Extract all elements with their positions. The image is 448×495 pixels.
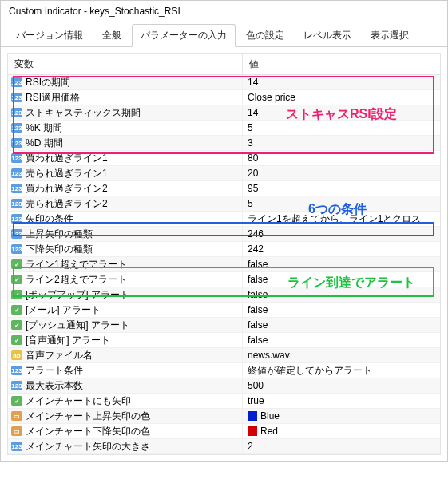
- param-value: 3: [248, 137, 253, 148]
- param-row[interactable]: ▭メインチャート下降矢印の色Red: [8, 424, 440, 439]
- param-row[interactable]: ✓[メール] アラートfalse: [8, 303, 440, 318]
- parameter-grid: 変数 値 123RSIの期間14123RSI適用価格Close price123…: [7, 53, 441, 455]
- param-row[interactable]: 123下降矢印の種類242: [8, 242, 440, 257]
- param-row[interactable]: ✓ライン2超えでアラートfalse: [8, 272, 440, 287]
- bool-icon: ✓: [11, 305, 22, 315]
- param-value: Close price: [248, 92, 295, 103]
- param-row[interactable]: 123売られ過ぎライン120: [8, 166, 440, 181]
- param-value: false: [248, 259, 268, 270]
- param-row[interactable]: ✓[音声通知] アラートfalse: [8, 333, 440, 348]
- number-icon: 123: [11, 123, 22, 133]
- param-name: メインチャート下降矢印の色: [26, 425, 150, 438]
- param-row[interactable]: ab音声ファイル名news.wav: [8, 348, 440, 363]
- param-row[interactable]: 123メインチャート矢印の大きさ2: [8, 439, 440, 454]
- bool-icon: ✓: [11, 335, 22, 345]
- param-value-cell[interactable]: false: [243, 289, 440, 300]
- param-value: false: [248, 335, 268, 346]
- param-value-cell[interactable]: false: [243, 335, 440, 346]
- param-value: 14: [248, 77, 258, 88]
- param-row[interactable]: 123最大表示本数500: [8, 378, 440, 394]
- param-value: true: [248, 395, 264, 406]
- param-value-cell[interactable]: 14: [243, 107, 440, 118]
- param-row[interactable]: 123上昇矢印の種類246: [8, 227, 440, 242]
- param-row[interactable]: ✓[ポップアップ] アラートfalse: [8, 287, 440, 303]
- param-row[interactable]: ✓[プッシュ通知] アラートfalse: [8, 318, 440, 333]
- column-name-header[interactable]: 変数: [8, 54, 243, 74]
- param-row[interactable]: ▭メインチャート上昇矢印の色Blue: [8, 409, 440, 424]
- param-value-cell[interactable]: 5: [243, 198, 440, 209]
- number-icon: 123: [11, 138, 22, 148]
- param-name: ストキャスティックス期間: [26, 106, 141, 120]
- param-name: [メール] アラート: [26, 303, 101, 317]
- param-value-cell[interactable]: Close price: [243, 92, 440, 103]
- param-row[interactable]: 123%K 期間5: [8, 121, 440, 136]
- param-name: 上昇矢印の種類: [26, 228, 93, 241]
- param-value: 2: [248, 441, 253, 452]
- param-value-cell[interactable]: 80: [243, 152, 440, 164]
- param-value-cell[interactable]: true: [243, 395, 440, 406]
- param-row[interactable]: 123売られ過ぎライン25: [8, 196, 440, 212]
- param-name: 買われ過ぎライン2: [26, 182, 108, 196]
- param-value-cell[interactable]: 5: [243, 122, 440, 133]
- param-row[interactable]: 123買われ過ぎライン295: [8, 181, 440, 196]
- param-name: メインチャート上昇矢印の色: [26, 410, 150, 423]
- number-icon: 123: [11, 108, 22, 117]
- param-value: 14: [248, 107, 258, 118]
- param-value-cell[interactable]: false: [243, 274, 440, 285]
- tab-5[interactable]: 表示選択: [362, 24, 418, 47]
- param-value-cell[interactable]: 95: [243, 183, 440, 194]
- param-name: ライン2超えでアラート: [26, 273, 127, 287]
- tab-2[interactable]: パラメーターの入力: [132, 24, 236, 47]
- param-value-cell[interactable]: false: [243, 304, 440, 315]
- param-value-cell[interactable]: 14: [243, 77, 440, 88]
- color-icon: ▭: [11, 411, 22, 421]
- param-value: 95: [248, 183, 258, 194]
- param-row[interactable]: 123%D 期間3: [8, 136, 440, 151]
- param-value-cell[interactable]: 3: [243, 137, 440, 148]
- color-icon: ▭: [11, 426, 22, 436]
- param-value-cell[interactable]: false: [243, 259, 440, 270]
- param-value: 80: [248, 152, 258, 164]
- column-value-header[interactable]: 値: [243, 54, 440, 74]
- tab-0[interactable]: バージョン情報: [7, 24, 92, 47]
- param-name: 矢印の条件: [26, 212, 73, 226]
- param-row[interactable]: 123買われ過ぎライン180: [8, 151, 440, 166]
- param-name: %K 期間: [26, 121, 62, 135]
- param-row[interactable]: 123矢印の条件ライン1を超えてから、ライン1とクロス: [8, 212, 440, 227]
- number-icon: 123: [11, 93, 22, 102]
- param-row[interactable]: 123RSIの期間14: [8, 75, 440, 90]
- param-value-cell[interactable]: false: [243, 319, 440, 331]
- tab-3[interactable]: 色の設定: [237, 24, 293, 47]
- param-value-cell[interactable]: Blue: [243, 410, 440, 422]
- tab-4[interactable]: レベル表示: [295, 24, 360, 47]
- number-icon: 123: [11, 244, 22, 254]
- param-name: メインチャートにも矢印: [26, 394, 131, 408]
- param-row[interactable]: 123RSI適用価格Close price: [8, 90, 440, 105]
- bool-icon: ✓: [11, 396, 22, 406]
- color-swatch: [248, 426, 257, 436]
- param-value-cell[interactable]: 242: [243, 244, 440, 255]
- param-row[interactable]: ✓メインチャートにも矢印true: [8, 394, 440, 409]
- param-name: アラート条件: [26, 364, 83, 378]
- param-value-cell[interactable]: ライン1を超えてから、ライン1とクロス: [243, 212, 440, 226]
- param-row[interactable]: ✓ライン1超えでアラートfalse: [8, 257, 440, 272]
- param-value-cell[interactable]: 2: [243, 441, 440, 452]
- param-value-cell[interactable]: 20: [243, 168, 440, 179]
- param-value: 242: [248, 244, 264, 255]
- param-value-cell[interactable]: 500: [243, 380, 440, 391]
- string-icon: ab: [11, 350, 22, 360]
- grid-header: 変数 値: [8, 54, 440, 75]
- param-value-cell[interactable]: 246: [243, 228, 440, 240]
- bool-icon: ✓: [11, 275, 22, 284]
- param-value-cell[interactable]: Red: [243, 426, 440, 437]
- param-row[interactable]: 123アラート条件終値が確定してからアラート: [8, 363, 440, 378]
- tab-1[interactable]: 全般: [93, 24, 130, 47]
- param-value: false: [248, 304, 268, 315]
- param-value: news.wav: [248, 350, 290, 361]
- param-name: 最大表示本数: [26, 379, 83, 393]
- param-value-cell[interactable]: 終値が確定してからアラート: [243, 364, 440, 378]
- number-icon: 123: [11, 77, 22, 87]
- number-icon: 123: [11, 184, 22, 193]
- param-value-cell[interactable]: news.wav: [243, 350, 440, 361]
- param-row[interactable]: 123ストキャスティックス期間14: [8, 105, 440, 121]
